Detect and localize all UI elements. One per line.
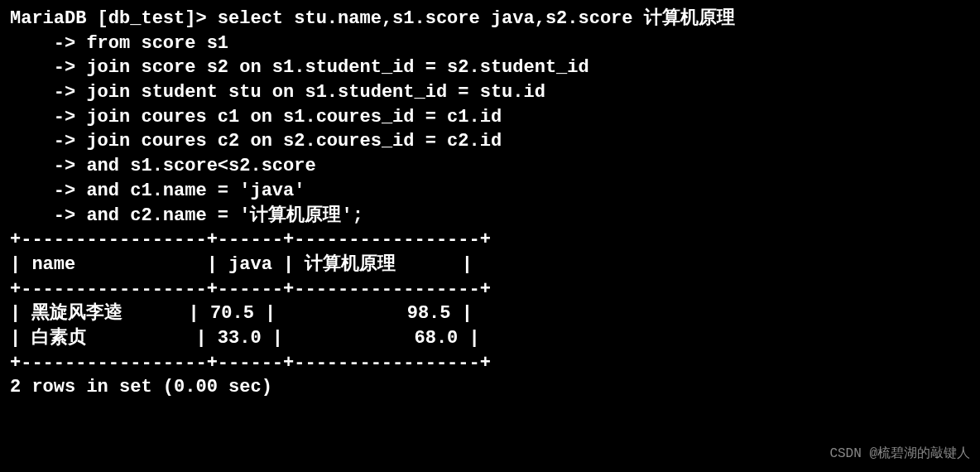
query-text: and s1.score<s2.score <box>86 156 315 176</box>
table-border-bottom: +-----------------+------+--------------… <box>10 351 970 376</box>
cell-name: 白素贞 <box>31 328 86 349</box>
query-line-4: -> join coures c1 on s1.coures_id = c1.i… <box>10 105 970 130</box>
continuation: -> <box>10 33 86 54</box>
continuation: -> <box>10 156 86 176</box>
continuation: -> <box>10 181 86 201</box>
header-name: name <box>31 254 75 275</box>
query-text: and c2.name = '计算机原理'; <box>86 205 363 226</box>
table-row: | 黑旋风李逵 | 70.5 | 98.5 | <box>10 301 970 326</box>
table-border-mid: +-----------------+------+--------------… <box>10 277 970 302</box>
query-text: and c1.name = 'java' <box>86 181 305 201</box>
query-line-8: -> and c2.name = '计算机原理'; <box>10 204 970 229</box>
continuation: -> <box>10 82 86 103</box>
query-text: from score s1 <box>86 33 228 54</box>
query-line-0: MariaDB [db_test]> select stu.name,s1.sc… <box>10 7 970 31</box>
query-text: join score s2 on s1.student_id = s2.stud… <box>86 57 588 78</box>
query-text: join coures c1 on s1.coures_id = c1.id <box>86 107 502 128</box>
continuation: -> <box>10 205 86 226</box>
cell-principle: 98.5 <box>407 303 451 324</box>
query-line-6: -> and s1.score<s2.score <box>10 154 970 179</box>
cell-java: 70.5 <box>210 303 254 324</box>
query-line-1: -> from score s1 <box>10 31 970 56</box>
watermark: CSDN @梳碧湖的敲键人 <box>829 446 970 464</box>
cell-principle: 68.0 <box>415 328 459 349</box>
query-line-3: -> join student stu on s1.student_id = s… <box>10 80 970 105</box>
query-line-7: -> and c1.name = 'java' <box>10 179 970 204</box>
header-principle: 计算机原理 <box>305 254 396 275</box>
query-text: select stu.name,s1.score java,s2.score 计… <box>218 8 735 29</box>
header-java: java <box>228 254 272 275</box>
table-border-top: +-----------------+------+--------------… <box>10 228 970 253</box>
query-text: join coures c2 on s2.coures_id = c2.id <box>86 131 502 152</box>
query-line-2: -> join score s2 on s1.student_id = s2.s… <box>10 55 970 80</box>
prompt: MariaDB [db_test]> <box>10 8 218 29</box>
cell-name: 黑旋风李逵 <box>31 303 122 324</box>
query-text: join student stu on s1.student_id = stu.… <box>86 82 545 103</box>
continuation: -> <box>10 131 86 152</box>
cell-java: 33.0 <box>218 328 262 349</box>
status-line: 2 rows in set (0.00 sec) <box>10 375 970 400</box>
continuation: -> <box>10 107 86 128</box>
table-header-row: | name | java | 计算机原理 | <box>10 253 970 277</box>
continuation: -> <box>10 57 86 78</box>
query-line-5: -> join coures c2 on s2.coures_id = c2.i… <box>10 129 970 154</box>
table-row: | 白素贞 | 33.0 | 68.0 | <box>10 326 970 351</box>
